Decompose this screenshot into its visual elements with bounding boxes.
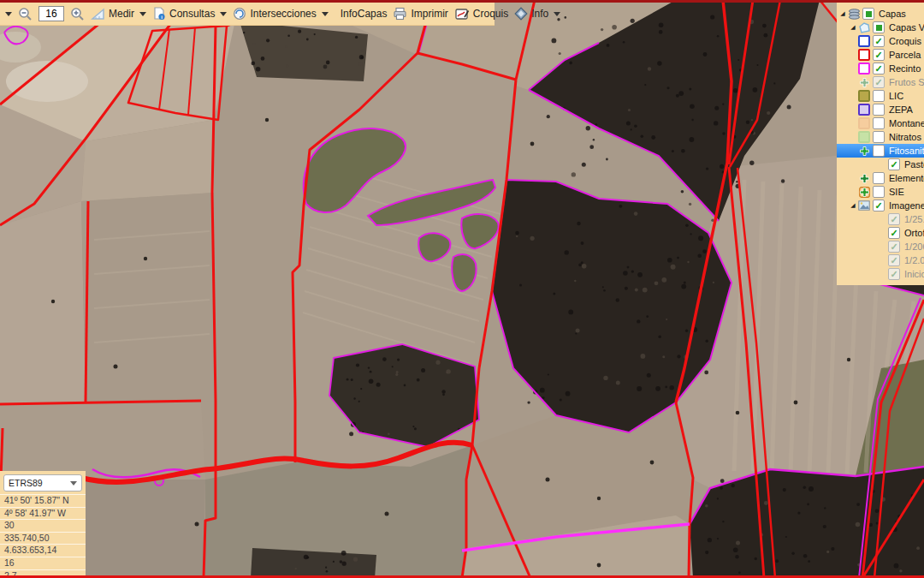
coordinate-row-4: 4.633.653,14 <box>0 544 86 557</box>
datum-value: ETRS89 <box>9 478 43 488</box>
layer-label: 1/200.00 <box>902 241 924 252</box>
dropdown-caret-icon <box>5 12 12 16</box>
layer-row-fitosanita[interactable]: Fitosanita <box>837 144 924 158</box>
imprimir-button[interactable]: Imprimir <box>393 7 447 21</box>
layer-row-sie[interactable]: SIE <box>837 185 924 199</box>
add-layer-plus-icon <box>857 146 871 157</box>
coordinate-row-5: 16 <box>0 557 86 569</box>
imprimir-label: Imprimir <box>411 8 447 20</box>
layer-row-pastos-p[interactable]: ✓Pastos P <box>837 158 924 171</box>
layer-label: Recinto <box>886 63 921 74</box>
layer-checkbox[interactable]: ✓ <box>873 35 885 47</box>
layer-row-capas-vect[interactable]: ◢Capas Vect <box>837 21 924 34</box>
dropdown-caret-icon <box>220 12 227 16</box>
layer-checkbox[interactable] <box>873 90 885 102</box>
layer-checkbox[interactable]: ✓ <box>888 268 900 280</box>
layers-tree: ◢Capas◢Capas Vect✓Croquis✓Parcela✓Recint… <box>837 7 924 281</box>
croquis-label: Croquis <box>473 8 508 20</box>
tristate-checkbox[interactable] <box>862 8 874 20</box>
layer-row-montane[interactable]: Montane <box>837 116 924 130</box>
layer-checkbox[interactable] <box>873 117 885 129</box>
croquis-button[interactable]: Croquis <box>454 8 508 21</box>
layer-row-capas[interactable]: ◢Capas <box>837 7 924 21</box>
layer-checkbox[interactable]: ✓ <box>873 63 885 74</box>
layer-row-1-25-000[interactable]: ✓1/25.000 <box>837 212 924 226</box>
layer-label: Inicio Si <box>902 269 924 279</box>
layer-row-frutos-se[interactable]: ✓Frutos Se <box>837 75 924 89</box>
layer-row-croquis[interactable]: ✓Croquis <box>837 34 924 48</box>
layer-row-parcela[interactable]: ✓Parcela <box>837 48 924 62</box>
layer-checkbox[interactable] <box>873 131 885 143</box>
globe-icon <box>233 7 246 21</box>
layer-label: Capas <box>876 9 906 19</box>
coordinates-panel: ETRS89 41º 50' 15.87" N4º 58' 41.97" W30… <box>0 471 86 575</box>
layer-row-nitratos[interactable]: Nitratos <box>837 130 924 144</box>
coordinate-row-0: 41º 50' 15.87" N <box>0 494 86 507</box>
infocapas-label: InfoCapas <box>341 8 388 20</box>
datum-select[interactable]: ETRS89 <box>3 474 82 492</box>
layer-label: Croquis <box>886 36 921 46</box>
layer-checkbox[interactable]: ✓ <box>873 76 885 88</box>
layer-checkbox[interactable]: ✓ <box>888 227 900 239</box>
intersecciones-menu-button[interactable]: Intersecciones <box>233 7 328 21</box>
layer-checkbox[interactable]: ✓ <box>873 49 885 61</box>
zoom-out-button[interactable] <box>18 7 33 21</box>
layer-checkbox[interactable]: ✓ <box>888 158 900 170</box>
zoom-out-icon <box>18 7 33 21</box>
layer-checkbox[interactable] <box>873 172 885 184</box>
layer-swatch-icon <box>857 49 871 61</box>
layer-row-imagenes[interactable]: ◢✓Imagenes <box>837 199 924 212</box>
layer-label: Capas Vect <box>886 22 924 33</box>
layers-panel: ◢Capas◢Capas Vect✓Croquis✓Parcela✓Recint… <box>837 3 924 285</box>
layer-label: 1/25.000 <box>902 214 924 224</box>
layer-label: Fitosanita <box>886 146 924 156</box>
layer-row-inicio-si[interactable]: ✓Inicio Si <box>837 267 924 281</box>
consultas-menu-button[interactable]: i Consultas <box>152 7 227 21</box>
info-label: Info <box>531 8 548 20</box>
layer-checkbox[interactable] <box>873 145 885 157</box>
layer-checkbox[interactable]: ✓ <box>888 254 900 266</box>
layer-row-elemento[interactable]: Elemento <box>837 171 924 185</box>
layer-checkbox[interactable]: ✓ <box>888 213 900 225</box>
tree-expander-icon[interactable]: ◢ <box>849 24 857 31</box>
infocapas-button[interactable]: InfoCapas <box>341 8 388 20</box>
tree-expander-icon[interactable]: ◢ <box>849 202 857 209</box>
medir-menu-button[interactable]: Medir <box>91 8 146 21</box>
layer-swatch-icon <box>857 117 871 129</box>
coordinate-row-3: 335.740,50 <box>0 532 86 545</box>
layer-swatch-icon <box>857 35 871 47</box>
layer-checkbox[interactable] <box>873 186 885 198</box>
printer-icon <box>393 7 407 21</box>
map-canvas[interactable] <box>0 0 924 578</box>
layer-label: Frutos Se <box>886 77 924 87</box>
diamond-icon <box>514 7 528 21</box>
layer-checkbox[interactable]: ✓ <box>888 241 900 253</box>
info-menu-button[interactable]: Info <box>514 7 560 21</box>
layer-row-ortofoto[interactable]: ✓Ortofoto <box>837 226 924 240</box>
layer-label: 1/2.000. <box>902 255 924 265</box>
intersecciones-label: Intersecciones <box>250 8 316 20</box>
layer-row-zepa[interactable]: ZEPA <box>837 103 924 116</box>
add-layer-plus-icon <box>857 77 871 88</box>
zoom-in-button[interactable] <box>70 7 85 21</box>
consultas-label: Consultas <box>169 8 215 20</box>
history-dropdown[interactable] <box>3 12 12 16</box>
coordinate-readout: 41º 50' 15.87" N4º 58' 41.97" W30335.740… <box>0 494 86 578</box>
page-border-top <box>0 0 924 3</box>
layer-label: LIC <box>886 91 903 101</box>
coordinate-row-2: 30 <box>0 519 86 532</box>
layer-row-lic[interactable]: LIC <box>837 89 924 103</box>
layer-row-recinto[interactable]: ✓Recinto <box>837 62 924 75</box>
layer-checkbox[interactable] <box>873 104 885 116</box>
zoom-level-input[interactable] <box>38 6 64 21</box>
layer-row-1-2-000[interactable]: ✓1/2.000. <box>837 253 924 267</box>
layer-swatch-icon <box>857 63 871 74</box>
layer-label: Elemento <box>886 173 924 183</box>
layer-swatch-icon <box>857 104 871 116</box>
layer-swatch-icon <box>857 131 871 143</box>
add-layer-plus-icon <box>857 187 871 198</box>
tree-expander-icon[interactable]: ◢ <box>838 10 847 17</box>
layer-checkbox[interactable]: ✓ <box>873 200 885 212</box>
layer-row-1-200-00[interactable]: ✓1/200.00 <box>837 240 924 253</box>
tristate-checkbox[interactable] <box>873 21 885 33</box>
